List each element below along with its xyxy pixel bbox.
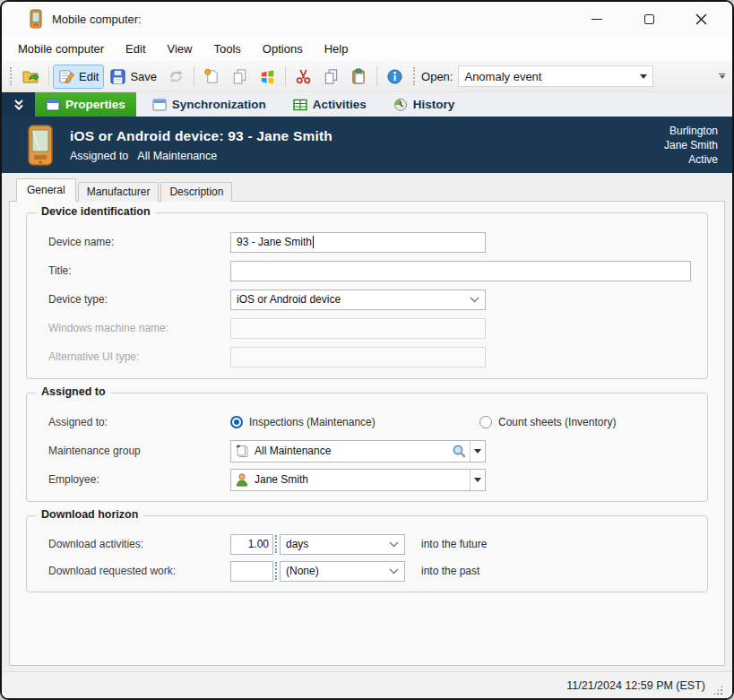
new-record-button[interactable] bbox=[198, 65, 226, 89]
record-subtitle-label: Assigned to bbox=[70, 150, 128, 162]
device-type-label: Device type: bbox=[48, 293, 230, 306]
table-grid-icon bbox=[293, 98, 307, 112]
menu-edit[interactable]: Edit bbox=[115, 39, 156, 58]
download-activities-unit-select[interactable]: days bbox=[280, 534, 405, 555]
alt-ui-row: Alternative UI type: bbox=[38, 342, 696, 371]
resize-grip[interactable] bbox=[712, 685, 723, 696]
page-tab-strip: General Manufacturer Description bbox=[9, 178, 725, 201]
status-bar: 11/21/2024 12:59 PM (EST) bbox=[2, 671, 732, 698]
maintenance-group-row: Maintenance group All Maintenance bbox=[38, 436, 696, 465]
tab-general[interactable]: General bbox=[16, 178, 76, 202]
info-button[interactable] bbox=[381, 65, 409, 89]
device-type-value: iOS or Android device bbox=[237, 293, 341, 306]
maximize-icon bbox=[644, 14, 654, 24]
employee-dropdown-button[interactable] bbox=[470, 470, 485, 490]
download-activities-input[interactable]: 1.00 bbox=[230, 534, 273, 555]
radio-count-sheets[interactable]: Count sheets (Inventory) bbox=[479, 416, 616, 428]
refresh-button[interactable] bbox=[162, 65, 190, 89]
copy-icon bbox=[323, 68, 340, 85]
assigned-to-row: Assigned to: Inspections (Maintenance) C… bbox=[38, 408, 696, 436]
alt-ui-label: Alternative UI type: bbox=[48, 350, 230, 363]
edit-button[interactable]: Edit bbox=[53, 65, 104, 89]
maintenance-group-dropdown-button[interactable] bbox=[470, 441, 485, 462]
radio-inspections-label: Inspections (Maintenance) bbox=[249, 416, 376, 428]
handheld-device-icon bbox=[25, 124, 56, 167]
device-name-input[interactable]: 93 - Jane Smith bbox=[230, 232, 486, 253]
assigned-to-title: Assigned to bbox=[36, 385, 111, 398]
device-name-value: 93 - Jane Smith bbox=[237, 236, 312, 248]
assigned-to-group: Assigned to Assigned to: Inspections (Ma… bbox=[26, 393, 708, 502]
close-icon bbox=[695, 13, 707, 25]
open-label: Open: bbox=[421, 70, 453, 83]
cut-icon bbox=[295, 68, 312, 85]
title-input[interactable] bbox=[230, 261, 691, 281]
toolbar-overflow-button[interactable] bbox=[719, 73, 725, 79]
tab-history[interactable]: History bbox=[383, 92, 466, 117]
record-meta: Burlington Jane Smith Active bbox=[664, 124, 718, 167]
copy-button[interactable] bbox=[317, 65, 345, 89]
radio-inspections[interactable]: Inspections (Maintenance) bbox=[230, 416, 479, 428]
refresh-icon bbox=[168, 68, 185, 85]
title-bar: Mobile computer: bbox=[2, 2, 732, 36]
download-activities-value: 1.00 bbox=[248, 538, 269, 550]
search-icon[interactable] bbox=[452, 444, 467, 459]
tab-properties[interactable]: Properties bbox=[35, 92, 136, 117]
record-meta-site: Burlington bbox=[664, 124, 718, 138]
tab-description[interactable]: Description bbox=[160, 182, 232, 202]
windows-button[interactable] bbox=[254, 65, 281, 89]
chevron-down-icon bbox=[389, 541, 399, 548]
minimize-button[interactable] bbox=[576, 2, 617, 36]
download-activities-unit: days bbox=[286, 538, 308, 550]
window-title: Mobile computer: bbox=[52, 13, 142, 26]
tab-activities[interactable]: Activities bbox=[282, 92, 377, 117]
open-record-combo[interactable]: Anomaly event bbox=[458, 65, 653, 87]
open-record-button[interactable] bbox=[16, 64, 45, 89]
collapse-panel-button[interactable] bbox=[2, 92, 35, 117]
save-button[interactable]: Save bbox=[104, 65, 162, 89]
chevron-down-icon bbox=[474, 478, 481, 482]
menu-options[interactable]: Options bbox=[252, 39, 314, 58]
save-icon bbox=[109, 68, 126, 85]
save-button-label: Save bbox=[130, 70, 157, 83]
spinner-handle[interactable] bbox=[275, 562, 277, 580]
download-requested-label: Download requested work: bbox=[48, 565, 230, 577]
download-requested-input[interactable] bbox=[230, 561, 273, 582]
employee-combo[interactable]: Jane Smith bbox=[230, 469, 486, 491]
download-requested-unit-select[interactable]: (None) bbox=[280, 561, 405, 582]
chevron-down-icon bbox=[470, 297, 479, 303]
employee-value: Jane Smith bbox=[255, 473, 308, 486]
maintenance-group-combo[interactable]: All Maintenance bbox=[230, 440, 486, 462]
cut-button[interactable] bbox=[289, 65, 317, 89]
menu-view[interactable]: View bbox=[157, 39, 203, 58]
maintenance-group-value: All Maintenance bbox=[255, 445, 331, 457]
device-identification-title: Device identification bbox=[36, 205, 156, 218]
tab-manufacturer[interactable]: Manufacturer bbox=[78, 182, 160, 202]
toolbar-separator bbox=[48, 66, 49, 86]
close-button[interactable] bbox=[680, 2, 721, 36]
maximize-button[interactable] bbox=[628, 2, 669, 36]
title-row: Title: bbox=[38, 256, 696, 285]
content-area: General Manufacturer Description Device … bbox=[2, 173, 732, 671]
chevron-down-icon bbox=[640, 74, 647, 79]
record-meta-status: Active bbox=[664, 152, 718, 167]
menu-bar: Mobile computer Edit View Tools Options … bbox=[2, 36, 732, 61]
window-icon bbox=[46, 98, 60, 112]
windows-icon bbox=[259, 68, 276, 85]
paste-button[interactable] bbox=[345, 65, 373, 89]
tab-synchronization[interactable]: Synchronization bbox=[142, 92, 277, 117]
info-icon bbox=[386, 68, 403, 85]
mobile-computer-window: Mobile computer: Mobile computer Edit Vi… bbox=[0, 0, 734, 700]
tab-synchronization-label: Synchronization bbox=[172, 98, 266, 111]
spinner-handle[interactable] bbox=[275, 535, 277, 553]
edit-button-label: Edit bbox=[79, 70, 99, 83]
assigned-to-label: Assigned to: bbox=[48, 416, 230, 428]
maintenance-group-icon bbox=[235, 444, 249, 458]
alt-ui-input bbox=[230, 347, 486, 367]
menu-mobile-computer[interactable]: Mobile computer bbox=[16, 39, 115, 58]
menu-tools[interactable]: Tools bbox=[203, 39, 251, 58]
duplicate-record-button[interactable] bbox=[226, 65, 254, 89]
tab-properties-label: Properties bbox=[65, 98, 125, 111]
device-type-select[interactable]: iOS or Android device bbox=[230, 290, 486, 310]
menu-help[interactable]: Help bbox=[314, 39, 359, 58]
open-record-icon bbox=[22, 67, 39, 85]
